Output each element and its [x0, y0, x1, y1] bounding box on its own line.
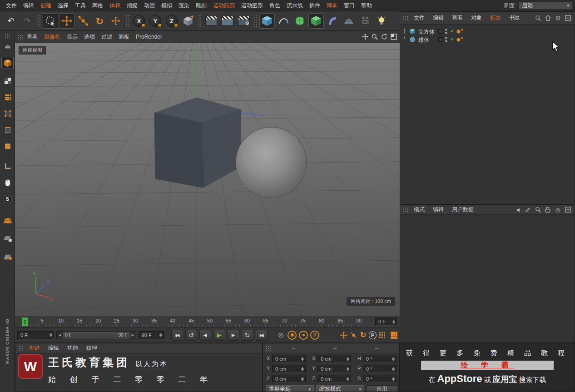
menu-motion-tracker[interactable]: 运动跟踪: [210, 2, 238, 10]
object-name[interactable]: 球体: [418, 36, 429, 44]
previous-frame-button[interactable]: ◀: [199, 330, 211, 341]
pos-z-field[interactable]: 0 cm: [272, 375, 306, 383]
stepper-arrows[interactable]: [48, 333, 52, 337]
vmenu-display[interactable]: 显示: [64, 33, 81, 41]
menu-pipeline[interactable]: 流水线: [283, 2, 306, 10]
palette-grip[interactable]: [5, 33, 10, 38]
loop-button[interactable]: ↻: [242, 330, 253, 341]
subdivision-surface-button[interactable]: [292, 13, 307, 29]
menu-sculpt[interactable]: 雕刻: [193, 2, 210, 10]
render-picture-viewer-button[interactable]: [220, 13, 235, 29]
points-mode-button[interactable]: [1, 107, 14, 119]
scale-mode-dropdown[interactable]: 缩放模式▾: [316, 385, 364, 392]
enabled-check-icon[interactable]: ✓: [450, 28, 454, 34]
focus-icon[interactable]: ◎: [554, 206, 562, 214]
current-frame-field[interactable]: 0 F: [17, 331, 54, 339]
polygons-mode-button[interactable]: [1, 140, 14, 152]
om-menu-objects[interactable]: 对象: [468, 14, 485, 22]
size-x-field[interactable]: 0 cm: [317, 355, 351, 363]
interface-dropdown[interactable]: 启动 ▾: [519, 2, 572, 10]
object-row-cube[interactable]: ├ 立方体 ✓: [400, 27, 575, 35]
play-button[interactable]: ▶: [213, 330, 225, 341]
record-rotation-toggle[interactable]: ↻: [360, 330, 367, 340]
end-frame-field[interactable]: 90 F: [139, 331, 164, 339]
menu-script[interactable]: 脚本: [323, 2, 341, 10]
am-menu-mode[interactable]: 模式: [411, 206, 428, 213]
enable-snap-button[interactable]: S: [1, 193, 14, 205]
undo-button[interactable]: ↶: [3, 13, 19, 29]
vmenu-view[interactable]: 查看: [24, 33, 41, 41]
new-panel-icon[interactable]: [564, 206, 572, 214]
add-cube-button[interactable]: [259, 13, 275, 29]
range-handle[interactable]: 0 F 90 F: [63, 332, 129, 339]
vmenu-options[interactable]: 选项: [81, 33, 98, 41]
record-button[interactable]: [288, 331, 297, 340]
playhead-marker[interactable]: 0: [22, 318, 28, 326]
vmenu-prorender[interactable]: ProRender: [133, 34, 165, 40]
x-axis-lock-button[interactable]: X: [131, 13, 147, 29]
recent-tool-button[interactable]: [108, 13, 124, 29]
make-editable-button[interactable]: [1, 40, 14, 52]
scale-tool[interactable]: [75, 13, 91, 29]
menu-select[interactable]: 选择: [55, 2, 72, 10]
size-y-field[interactable]: 0 cm: [317, 365, 351, 373]
viewport-grip[interactable]: [18, 35, 24, 40]
pla-button[interactable]: ⊘: [276, 331, 285, 340]
slider-right-arrow-icon[interactable]: ▶: [130, 332, 136, 339]
menu-edit[interactable]: 编辑: [20, 2, 37, 10]
floor-button[interactable]: [341, 13, 357, 29]
rotate-view-icon[interactable]: [381, 34, 387, 40]
toggle-view-icon[interactable]: [391, 34, 397, 40]
phong-tag-icon[interactable]: [456, 37, 463, 43]
y-axis-lock-button[interactable]: Y: [148, 13, 163, 29]
snap-workplane-button[interactable]: [1, 251, 14, 263]
phong-tag-icon[interactable]: [456, 29, 463, 35]
sphere-object[interactable]: [236, 127, 307, 198]
apply-button[interactable]: 应用: [367, 385, 397, 392]
rot-p-field[interactable]: 0 °: [363, 365, 397, 373]
lock-workplane-button[interactable]: [1, 233, 14, 245]
slider-left-arrow-icon[interactable]: ◀: [57, 332, 63, 339]
goto-end-button[interactable]: ▶▮: [256, 330, 268, 341]
camera-button[interactable]: [357, 13, 373, 29]
z-axis-lock-button[interactable]: Z: [164, 13, 179, 29]
om-menu-bookmarks[interactable]: 书签: [506, 14, 523, 22]
lock-icon[interactable]: [544, 206, 552, 214]
pos-x-field[interactable]: 0 cm: [272, 355, 306, 363]
menu-mesh[interactable]: 网格: [89, 2, 106, 10]
vmenu-filter[interactable]: 过滤: [98, 33, 115, 41]
record-parameter-toggle[interactable]: P: [369, 331, 377, 339]
home-icon[interactable]: [544, 14, 552, 22]
deformers-button[interactable]: [325, 13, 340, 29]
menu-help[interactable]: 帮助: [358, 2, 375, 10]
pen-tool-button[interactable]: [276, 13, 291, 29]
redo-button[interactable]: ↷: [20, 13, 35, 29]
am-menu-userdata[interactable]: 用户数据: [449, 206, 477, 213]
attribute-manager-grip[interactable]: [403, 207, 409, 212]
move-tool[interactable]: [59, 13, 74, 29]
menu-snap[interactable]: 捕捉: [124, 2, 141, 10]
workplane-mode-button[interactable]: [1, 91, 14, 103]
enable-axis-button[interactable]: [1, 160, 14, 172]
frame-range-slider[interactable]: ◀ 0 F 90 F ▶: [56, 331, 136, 339]
rot-h-field[interactable]: 0 °: [363, 355, 397, 363]
pos-y-field[interactable]: 0 cm: [272, 365, 306, 373]
menu-file[interactable]: 文件: [3, 2, 20, 10]
light-button[interactable]: [374, 13, 389, 29]
render-settings-button[interactable]: ⚙: [236, 13, 252, 29]
pan-view-icon[interactable]: [362, 34, 368, 40]
keyframe-presets-button[interactable]: [390, 331, 397, 339]
rotate-tool[interactable]: ↻: [92, 13, 107, 29]
om-menu-view[interactable]: 查看: [449, 14, 466, 22]
live-selection-tool[interactable]: [43, 13, 58, 29]
record-pla-toggle[interactable]: [379, 332, 385, 338]
edges-mode-button[interactable]: [1, 124, 14, 136]
pen-icon[interactable]: [524, 206, 532, 214]
coordinate-space-dropdown[interactable]: 世界坐标▾: [266, 385, 314, 392]
layer-chip[interactable]: [438, 29, 443, 34]
render-view-button[interactable]: [203, 13, 219, 29]
object-row-sphere[interactable]: └ 球体 ✓: [400, 35, 575, 44]
size-z-field[interactable]: 0 cm: [317, 375, 351, 383]
viewport-canvas[interactable]: Y X Z 透视视图 网格间距 : 100 cm: [15, 43, 400, 316]
om-menu-file[interactable]: 文件: [411, 14, 428, 22]
